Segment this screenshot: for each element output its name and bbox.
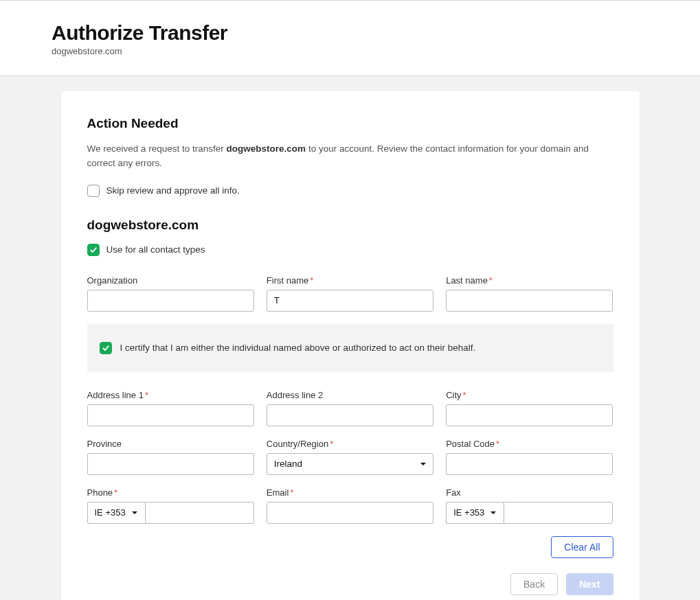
postal-input[interactable] bbox=[446, 453, 613, 475]
city-input[interactable] bbox=[446, 404, 613, 426]
required-marker: * bbox=[114, 487, 117, 498]
email-field: Email* bbox=[267, 487, 433, 524]
first-name-label: First name* bbox=[267, 275, 433, 286]
address2-input[interactable] bbox=[267, 404, 433, 426]
address1-field: Address line 1* bbox=[87, 390, 254, 426]
city-field: City* bbox=[446, 390, 613, 426]
skip-review-row: Skip review and approve all info. bbox=[87, 185, 613, 197]
name-row: Organization First name* Last name* bbox=[87, 275, 613, 312]
region-row: Province Country/Region* Ireland Postal … bbox=[87, 439, 613, 475]
next-button[interactable]: Next bbox=[566, 573, 613, 595]
province-label: Province bbox=[87, 439, 254, 449]
country-select-wrap: Ireland bbox=[267, 453, 433, 475]
fax-label: Fax bbox=[446, 487, 613, 498]
phone-label: Phone* bbox=[87, 487, 254, 498]
action-needed-title: Action Needed bbox=[87, 116, 613, 131]
postal-field: Postal Code* bbox=[446, 439, 613, 475]
intro-text: We received a request to transfer dogweb… bbox=[87, 142, 602, 171]
use-for-all-label: Use for all contact types bbox=[106, 244, 205, 255]
page-header: Authorize Transfer dogwebstore.com bbox=[0, 0, 700, 76]
phone-group: IE +353 bbox=[87, 502, 254, 524]
last-name-field: Last name* bbox=[446, 275, 613, 312]
required-marker: * bbox=[330, 439, 333, 449]
back-button[interactable]: Back bbox=[510, 573, 558, 595]
country-select[interactable]: Ireland bbox=[267, 453, 433, 475]
phone-prefix-label: IE +353 bbox=[95, 507, 126, 518]
fax-group: IE +353 bbox=[446, 502, 613, 524]
country-field: Country/Region* Ireland bbox=[267, 439, 433, 475]
certify-box: I certify that I am either the individua… bbox=[87, 324, 613, 372]
fax-country-prefix[interactable]: IE +353 bbox=[446, 502, 504, 524]
last-name-input[interactable] bbox=[446, 290, 613, 312]
intro-domain: dogwebstore.com bbox=[227, 143, 306, 154]
required-marker: * bbox=[489, 275, 493, 286]
fax-field: Fax IE +353 bbox=[446, 487, 613, 524]
address1-label: Address line 1* bbox=[87, 390, 254, 400]
address1-input[interactable] bbox=[87, 404, 254, 426]
required-marker: * bbox=[463, 390, 466, 400]
intro-pre: We received a request to transfer bbox=[87, 143, 227, 154]
phone-input[interactable] bbox=[145, 502, 254, 524]
required-marker: * bbox=[310, 275, 313, 286]
clear-row: Clear All bbox=[87, 536, 613, 558]
form-card: Action Needed We received a request to t… bbox=[61, 91, 640, 600]
contact-row: Phone* IE +353 Email* Fax IE +353 bbox=[87, 487, 613, 524]
certify-checkbox[interactable] bbox=[100, 342, 112, 354]
skip-review-label: Skip review and approve all info. bbox=[106, 185, 240, 196]
city-label: City* bbox=[446, 390, 613, 400]
organization-field: Organization bbox=[87, 275, 254, 312]
fax-input[interactable] bbox=[504, 502, 613, 524]
email-input[interactable] bbox=[267, 502, 433, 524]
first-name-input[interactable] bbox=[267, 290, 433, 312]
use-for-all-row: Use for all contact types bbox=[87, 244, 613, 256]
required-marker: * bbox=[290, 487, 293, 498]
first-name-field: First name* bbox=[267, 275, 433, 312]
address2-field: Address line 2 bbox=[267, 390, 433, 426]
country-label: Country/Region* bbox=[267, 439, 433, 449]
domain-name-heading: dogwebstore.com bbox=[87, 218, 613, 233]
required-marker: * bbox=[496, 439, 499, 449]
postal-label: Postal Code* bbox=[446, 439, 613, 449]
certify-label: I certify that I am either the individua… bbox=[120, 343, 476, 353]
fax-prefix-label: IE +353 bbox=[453, 507, 484, 518]
page-subtitle: dogwebstore.com bbox=[52, 46, 648, 56]
nav-row: Back Next bbox=[87, 573, 613, 595]
chevron-down-icon bbox=[490, 509, 497, 516]
province-field: Province bbox=[87, 439, 254, 475]
clear-all-button[interactable]: Clear All bbox=[551, 536, 613, 558]
organization-label: Organization bbox=[87, 275, 254, 286]
phone-field: Phone* IE +353 bbox=[87, 487, 254, 524]
skip-review-checkbox[interactable] bbox=[87, 185, 100, 197]
page-title: Authorize Transfer bbox=[52, 21, 648, 45]
page-canvas: Action Needed We received a request to t… bbox=[0, 76, 700, 600]
phone-country-prefix[interactable]: IE +353 bbox=[87, 502, 145, 524]
email-label: Email* bbox=[267, 487, 433, 498]
address-row: Address line 1* Address line 2 City* bbox=[87, 390, 613, 426]
address2-label: Address line 2 bbox=[267, 390, 433, 400]
chevron-down-icon bbox=[131, 509, 138, 516]
last-name-label: Last name* bbox=[446, 275, 613, 286]
use-for-all-checkbox[interactable] bbox=[87, 244, 100, 256]
required-marker: * bbox=[145, 390, 148, 400]
organization-input[interactable] bbox=[87, 290, 254, 312]
province-input[interactable] bbox=[87, 453, 254, 475]
